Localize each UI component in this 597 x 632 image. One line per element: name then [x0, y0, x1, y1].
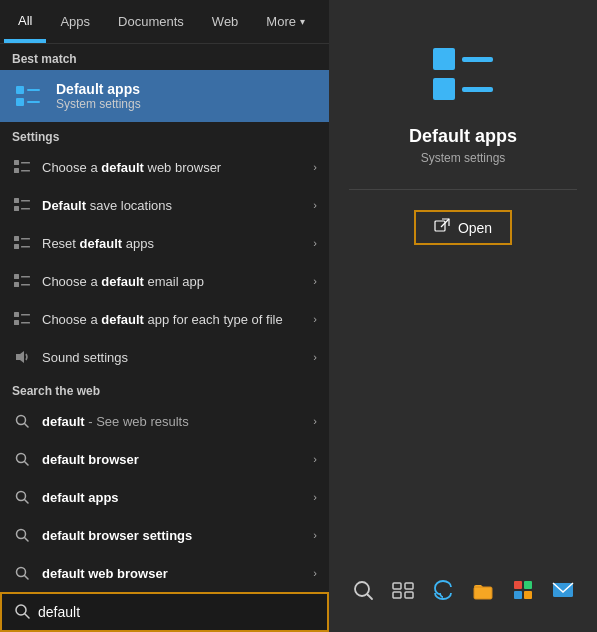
chevron-icon-sound: ›: [313, 351, 317, 363]
tab-documents-label: Documents: [118, 14, 184, 29]
open-button-icon: [434, 218, 450, 237]
svg-rect-37: [433, 48, 455, 70]
svg-rect-48: [405, 592, 413, 598]
edge-icon[interactable]: [429, 576, 457, 604]
svg-line-44: [368, 595, 373, 600]
chevron-icon-4: ›: [313, 275, 317, 287]
svg-line-34: [25, 576, 29, 580]
settings-item-default-email[interactable]: Choose a default email app ›: [0, 262, 329, 300]
tab-all-label: All: [18, 13, 32, 28]
right-panel-app-subtitle: System settings: [421, 151, 506, 165]
chevron-down-icon: ▾: [300, 16, 305, 27]
svg-rect-1: [16, 98, 24, 106]
search-icon-5: [12, 563, 32, 583]
settings-item-text-1: Choose a default web browser: [42, 160, 303, 175]
search-taskbar-icon[interactable]: [349, 576, 377, 604]
svg-rect-23: [21, 322, 30, 324]
svg-rect-15: [21, 246, 30, 248]
svg-rect-45: [393, 583, 401, 589]
svg-rect-19: [21, 284, 30, 286]
svg-rect-46: [405, 583, 413, 589]
chevron-icon-5: ›: [313, 313, 317, 325]
web-item-4[interactable]: default browser settings ›: [0, 516, 329, 554]
web-item-2[interactable]: default browser ›: [0, 440, 329, 478]
chevron-web-1: ›: [313, 415, 317, 427]
list-icon-1: [12, 157, 32, 177]
svg-rect-12: [14, 236, 19, 241]
search-icon-4: [12, 525, 32, 545]
search-bar-icon: [14, 603, 30, 622]
svg-line-32: [25, 538, 29, 542]
tab-apps[interactable]: Apps: [46, 0, 104, 43]
settings-item-text-2: Default save locations: [42, 198, 303, 213]
svg-rect-16: [14, 274, 19, 279]
tab-more[interactable]: More ▾: [252, 0, 319, 43]
best-match-text: Default apps System settings: [56, 81, 141, 111]
svg-rect-5: [14, 168, 19, 173]
search-bar: [0, 592, 329, 632]
search-icon-3: [12, 487, 32, 507]
list-icon-2: [12, 195, 32, 215]
svg-rect-38: [433, 78, 455, 100]
task-view-icon[interactable]: [389, 576, 417, 604]
divider: [349, 189, 577, 190]
list-icon-3: [12, 233, 32, 253]
svg-rect-3: [27, 101, 40, 103]
sound-icon: [12, 347, 32, 367]
svg-rect-53: [514, 591, 522, 599]
settings-item-text-4: Choose a default email app: [42, 274, 303, 289]
settings-item-default-file-type[interactable]: Choose a default app for each type of fi…: [0, 300, 329, 338]
chevron-web-5: ›: [313, 567, 317, 579]
svg-rect-7: [21, 170, 30, 172]
tab-web[interactable]: Web: [198, 0, 253, 43]
svg-rect-2: [27, 89, 40, 91]
search-input[interactable]: [38, 604, 315, 620]
right-panel-app-title: Default apps: [409, 126, 517, 147]
settings-item-sound[interactable]: Sound settings ›: [0, 338, 329, 376]
svg-rect-21: [14, 320, 19, 325]
best-match-item[interactable]: Default apps System settings: [0, 70, 329, 122]
web-item-text-4: default browser settings: [42, 528, 303, 543]
web-item-3[interactable]: default apps ›: [0, 478, 329, 516]
svg-rect-0: [16, 86, 24, 94]
svg-rect-22: [21, 314, 30, 316]
settings-item-text-5: Choose a default app for each type of fi…: [42, 312, 303, 327]
settings-item-reset-apps[interactable]: Reset default apps ›: [0, 224, 329, 262]
chevron-web-4: ›: [313, 529, 317, 541]
web-item-text-5: default web browser: [42, 566, 303, 581]
mail-icon[interactable]: [549, 576, 577, 604]
tab-documents[interactable]: Documents: [104, 0, 198, 43]
svg-line-28: [25, 462, 29, 466]
right-panel: Default apps System settings Open: [329, 0, 597, 632]
app-icon-large: [428, 40, 498, 110]
open-button[interactable]: Open: [414, 210, 512, 245]
settings-item-text-3: Reset default apps: [42, 236, 303, 251]
chevron-web-3: ›: [313, 491, 317, 503]
tab-web-label: Web: [212, 14, 239, 29]
open-button-label: Open: [458, 220, 492, 236]
best-match-title: Default apps: [56, 81, 141, 97]
web-item-text-1: default - See web results: [42, 414, 303, 429]
svg-rect-39: [462, 57, 493, 62]
svg-rect-54: [524, 591, 532, 599]
svg-rect-13: [14, 244, 19, 249]
svg-rect-47: [393, 592, 401, 598]
settings-item-default-browser[interactable]: Choose a default web browser ›: [0, 148, 329, 186]
explorer-icon[interactable]: [469, 576, 497, 604]
start-grid-icon[interactable]: [509, 576, 537, 604]
settings-item-text-sound: Sound settings: [42, 350, 303, 365]
search-icon-1: [12, 411, 32, 431]
tab-apps-label: Apps: [60, 14, 90, 29]
list-icon-5: [12, 309, 32, 329]
left-panel: All Apps Documents Web More ▾ Best match: [0, 0, 329, 632]
svg-rect-52: [524, 581, 532, 589]
svg-marker-24: [16, 351, 24, 363]
taskbar-row: [349, 568, 577, 612]
tab-all[interactable]: All: [4, 0, 46, 43]
chevron-icon-3: ›: [313, 237, 317, 249]
web-item-1[interactable]: default - See web results ›: [0, 402, 329, 440]
settings-item-save-locations[interactable]: Default save locations ›: [0, 186, 329, 224]
svg-rect-11: [21, 208, 30, 210]
svg-rect-41: [435, 221, 445, 231]
web-item-5[interactable]: default web browser ›: [0, 554, 329, 592]
